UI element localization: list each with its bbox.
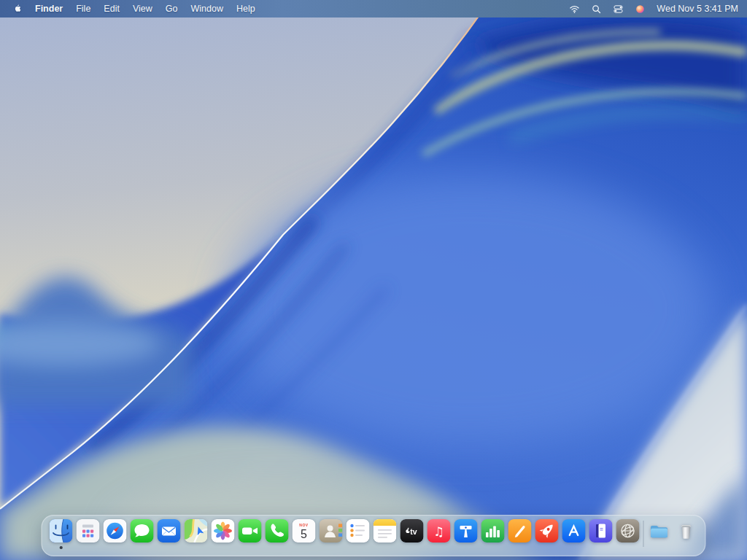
dock-item-launchpad[interactable]: [77, 518, 100, 550]
menu-file[interactable]: File: [76, 4, 90, 14]
launchpad-icon: [77, 519, 100, 542]
siri-icon-glyph: [635, 4, 646, 15]
pages-icon: [508, 519, 532, 542]
app-menus: FinderFileEditViewGoWindowHelp: [35, 4, 255, 14]
dock-item-grayglobe[interactable]: [616, 518, 640, 550]
control-center-icon-glyph: [613, 4, 624, 15]
dock-item-facetime[interactable]: [239, 518, 262, 550]
dock: NOV 5 tv: [42, 515, 706, 556]
apple-menu-icon[interactable]: [12, 3, 22, 15]
wifi-icon[interactable]: [569, 4, 580, 15]
menu-bar-status: Wed Nov 5 3:41 PM: [569, 4, 738, 15]
dock-item-keynote[interactable]: [454, 518, 478, 550]
dock-item-appstore[interactable]: [562, 518, 586, 550]
dock-item-mail[interactable]: [158, 518, 181, 550]
dock-item-numbers[interactable]: [481, 518, 505, 550]
dock-item-contacts[interactable]: [320, 518, 343, 550]
siri-icon[interactable]: [635, 4, 646, 15]
messages-icon: [131, 519, 154, 542]
calendar-icon: NOV 5: [293, 519, 316, 542]
contacts-icon: [320, 519, 343, 542]
keynote-icon: [454, 519, 478, 542]
menu-view[interactable]: View: [133, 4, 152, 14]
dock-item-messages[interactable]: [131, 518, 154, 550]
wallpaper-image: [0, 0, 747, 560]
facetime-icon: [239, 519, 262, 542]
dock-item-music[interactable]: ♫: [427, 518, 451, 550]
dock-item-notes[interactable]: [374, 518, 397, 550]
dock-item-maps[interactable]: [185, 518, 208, 550]
dock-item-finder[interactable]: [50, 518, 73, 550]
menu-help[interactable]: Help: [236, 4, 255, 14]
calendar-month-label: NOV: [299, 522, 309, 526]
menu-bar: FinderFileEditViewGoWindowHelp Wed Nov 5…: [0, 0, 747, 18]
dock-item-safari[interactable]: [104, 518, 127, 550]
menu-bar-left: FinderFileEditViewGoWindowHelp: [12, 3, 255, 15]
safari-icon: [104, 519, 127, 542]
control-center-icon[interactable]: [613, 4, 624, 15]
photos-icon: [212, 519, 235, 542]
spotlight-icon-glyph: [591, 4, 602, 15]
dock-shortcuts: [648, 518, 698, 554]
tv-glyph-label: tv: [410, 526, 417, 535]
reminders-icon: [347, 519, 370, 542]
running-indicator: [60, 546, 63, 549]
purple-door-app-icon: [589, 519, 613, 542]
dock-item-rocket[interactable]: [535, 518, 559, 550]
menu-edit[interactable]: Edit: [104, 4, 120, 14]
trash-icon: [675, 519, 698, 542]
calendar-day-label: 5: [301, 527, 307, 540]
apple-tv-icon: tv: [400, 519, 424, 542]
phone-icon: [266, 519, 289, 542]
dock-apps: NOV 5 tv: [50, 518, 640, 554]
downloads-folder-icon: [648, 519, 671, 542]
menu-go[interactable]: Go: [166, 4, 178, 14]
finder-icon: [50, 519, 73, 542]
wifi-icon-glyph: [569, 4, 580, 15]
maps-icon: [185, 519, 208, 542]
app-store-icon: [562, 519, 586, 542]
spotlight-icon[interactable]: [591, 4, 602, 15]
mail-icon: [158, 519, 181, 542]
dock-item-purpledoor[interactable]: [589, 518, 613, 550]
svg-text:♫: ♫: [433, 524, 444, 538]
music-icon: ♫: [427, 519, 451, 542]
status-icons: [569, 4, 646, 15]
gray-globe-app-icon: [616, 519, 640, 542]
dock-divider: [643, 521, 644, 547]
desktop: FinderFileEditViewGoWindowHelp Wed Nov 5…: [0, 0, 747, 560]
menu-finder[interactable]: Finder: [35, 4, 63, 14]
numbers-icon: [481, 519, 505, 542]
rocket-icon: [535, 519, 559, 542]
dock-item-trash[interactable]: [675, 518, 698, 550]
dock-item-pages[interactable]: [508, 518, 532, 550]
dock-item-downloads[interactable]: [648, 518, 671, 550]
dock-item-reminders[interactable]: [347, 518, 370, 550]
notes-icon: [374, 519, 397, 542]
menu-bar-clock[interactable]: Wed Nov 5 3:41 PM: [657, 4, 738, 14]
dock-item-tv[interactable]: tv: [400, 518, 424, 550]
dock-item-calendar[interactable]: NOV 5: [293, 518, 316, 550]
dock-item-photos[interactable]: [212, 518, 235, 550]
menu-window[interactable]: Window: [190, 4, 222, 14]
dock-item-phone[interactable]: [266, 518, 289, 550]
